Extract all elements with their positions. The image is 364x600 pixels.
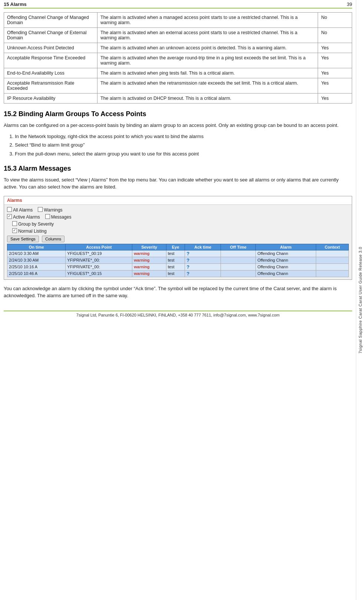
alarm-name: Acceptable Response Time Exceeded	[4, 53, 97, 68]
alarms-screenshot: Alarms All Alarms Warnings	[4, 196, 352, 280]
alarms-title-bar: Alarms	[4, 196, 352, 205]
all-alarms-checkbox[interactable]: All Alarms	[7, 207, 33, 213]
alarm-description: The alarm is activated on DHCP timeout. …	[97, 94, 318, 104]
alarm-data-cell: test	[166, 250, 185, 257]
alarm-description: The alarm is activated when an unknown a…	[97, 43, 318, 53]
alarm-enabled: No	[318, 28, 352, 43]
alarm-table-header: Ack time	[185, 244, 221, 250]
active-alarms-cb-box[interactable]	[7, 214, 12, 219]
alarm-data-row: 2/24/10 3:30 AMYFIGUEST*_00:19warningtes…	[7, 250, 349, 257]
alarm-enabled: Yes	[318, 94, 352, 104]
all-alarms-cb-box[interactable]	[7, 207, 12, 212]
alarm-name: IP Resource Availability	[4, 94, 97, 104]
group-by-severity-checkbox[interactable]: Group by Severity	[12, 221, 54, 227]
alarm-data-cell: Offending Chann	[256, 257, 316, 263]
columns-button[interactable]: Columns	[42, 236, 64, 242]
alarm-data-cell: YFIPRIVATE*_00:	[66, 263, 132, 270]
alarm-description: The alarm is activated when an external …	[97, 28, 318, 43]
section-15-2-intro: Alarms can be configured on a per-access…	[4, 122, 352, 129]
alarm-description: The alarm is activated when the retransm…	[97, 78, 318, 94]
normal-listing-checkbox[interactable]: Normal Listing	[12, 228, 47, 234]
alarm-data-table: On timeAccess PointSeverityEyeAck timeOf…	[7, 244, 349, 277]
alarm-data-cell: warning	[132, 263, 166, 270]
alarm-enabled: Yes	[318, 78, 352, 94]
table-row: Acceptable Retransmission Rate Exceeded …	[4, 78, 352, 94]
footer-text: 7signal Ltd, Panuntie 6, FI-00620 HELSIN…	[76, 313, 279, 317]
page-number: 39	[347, 1, 352, 7]
alarm-name: Acceptable Retransmission Rate Exceeded	[4, 78, 97, 94]
section-15-3-intro: To view the alarms issued, select “View …	[4, 176, 352, 191]
ack-text: You can acknowledge an alarm by clicking…	[4, 285, 352, 299]
table-row: Offending Channel Change of Managed Doma…	[4, 13, 352, 28]
alarm-table-header: Access Point	[66, 244, 132, 250]
side-label: 7signal Sapphire Carat Carat User Guide …	[356, 0, 364, 600]
messages-checkbox[interactable]: Messages	[45, 214, 72, 220]
alarm-data-cell: YFIGUEST*_00:19	[66, 250, 132, 257]
step-3: From the pull-down menu, select the alar…	[15, 150, 352, 158]
alarm-data-cell: 2/24/10 3:30 AM	[7, 257, 66, 263]
alarm-data-cell: YFIPRIVATE*_00:	[66, 257, 132, 263]
alarm-enabled: No	[318, 13, 352, 28]
alarm-table-header: Off Time	[221, 244, 256, 250]
alarm-name: End-to-End Availability Loss	[4, 68, 97, 78]
alarm-data-cell: ?	[185, 250, 221, 257]
alarm-table-header: On time	[7, 244, 66, 250]
alarm-data-cell: warning	[132, 257, 166, 263]
alarm-data-cell: ?	[185, 263, 221, 270]
checkbox-row-3: Group by Severity	[12, 221, 349, 227]
alarm-table-header: Alarm	[256, 244, 316, 250]
group-by-severity-cb-box[interactable]	[12, 221, 17, 226]
table-row: Acceptable Response Time Exceeded The al…	[4, 53, 352, 68]
alarm-data-cell: warning	[132, 250, 166, 257]
alarm-data-cell	[221, 270, 256, 277]
checkbox-row-4: Normal Listing	[12, 228, 349, 234]
side-label-text: 7signal Sapphire Carat Carat User Guide …	[358, 247, 363, 354]
step-1: In the Network topology, right-click the…	[15, 133, 352, 141]
alarm-data-cell	[316, 263, 348, 270]
alarm-name: Unknown Access Point Detected	[4, 43, 97, 53]
screenshot-btn-row: Save Settings Columns	[7, 236, 349, 242]
save-settings-button[interactable]: Save Settings	[7, 236, 39, 242]
alarm-data-cell: 2/24/10 3:30 AM	[7, 250, 66, 257]
alarm-data-cell	[221, 250, 256, 257]
chapter-title: 15 Alarms	[4, 1, 27, 7]
alarm-data-cell: test	[166, 263, 185, 270]
alarm-data-cell	[221, 257, 256, 263]
alarm-description: The alarm is activated when ping tests f…	[97, 68, 318, 78]
alarm-data-cell	[316, 270, 348, 277]
step-2: Select “Bind to alarm limit group”	[15, 141, 352, 149]
section-15-2-steps: In the Network topology, right-click the…	[15, 133, 352, 158]
alarm-data-cell: warning	[132, 270, 166, 277]
alarm-data-cell: test	[166, 257, 185, 263]
alarm-data-cell: ?	[185, 257, 221, 263]
alarm-data-cell: Offending Chann	[256, 250, 316, 257]
warnings-cb-box[interactable]	[38, 207, 43, 212]
alarm-data-cell: test	[166, 270, 185, 277]
normal-listing-cb-box[interactable]	[12, 228, 17, 233]
warnings-checkbox[interactable]: Warnings	[38, 207, 62, 213]
section-15-2-heading: 15.2 Binding Alarm Groups To Access Poin…	[4, 110, 352, 118]
alarm-enabled: Yes	[318, 53, 352, 68]
alarm-data-cell: Offending Chann	[256, 270, 316, 277]
section-15-3-heading: 15.3 Alarm Messages	[4, 165, 352, 173]
alarm-data-cell: 2/25/10 10:16 A	[7, 263, 66, 270]
alarms-screenshot-inner: All Alarms Warnings Act	[4, 205, 352, 279]
alarm-data-cell: 2/25/10 10:46 A	[7, 270, 66, 277]
active-alarms-checkbox[interactable]: Active Alarms	[7, 214, 40, 220]
alarm-table-header: Context	[316, 244, 348, 250]
alarm-data-row: 2/25/10 10:46 AYFIGUEST*_00:15warningtes…	[7, 270, 349, 277]
table-row: IP Resource Availability The alarm is ac…	[4, 94, 352, 104]
alarm-data-cell	[316, 250, 348, 257]
alarm-name: Offending Channel Change of Managed Doma…	[4, 13, 97, 28]
table-row: Offending Channel Change of External Dom…	[4, 28, 352, 43]
page-header: 15 Alarms 39	[4, 0, 352, 9]
checkbox-row-1: All Alarms Warnings	[7, 207, 349, 213]
alarm-data-row: 2/24/10 3:30 AMYFIPRIVATE*_00:warningtes…	[7, 257, 349, 263]
checkbox-row-2: Active Alarms Messages	[7, 214, 349, 220]
messages-cb-box[interactable]	[45, 214, 50, 219]
alarm-description: The alarm is activated when the average …	[97, 53, 318, 68]
alarm-data-cell	[316, 257, 348, 263]
alarm-data-cell: Offending Chann	[256, 263, 316, 270]
alarm-enabled: Yes	[318, 43, 352, 53]
alarm-enabled: Yes	[318, 68, 352, 78]
